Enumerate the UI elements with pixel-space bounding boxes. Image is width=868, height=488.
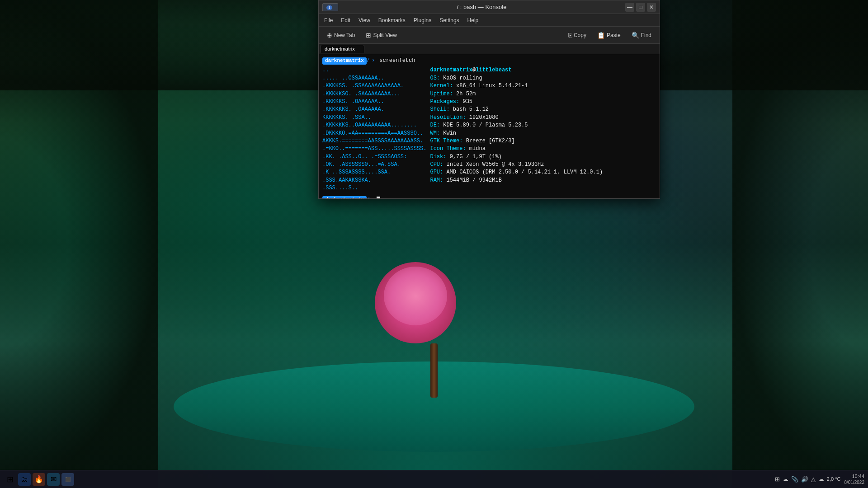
window-title: / : bash — Konsole [338, 4, 625, 10]
menu-file[interactable]: File [321, 16, 336, 25]
copy-label: Copy [574, 32, 586, 38]
taskbar-app-menu[interactable]: ⊞ [4, 473, 16, 486]
menu-bar: File Edit View Bookmarks Plugins Setting… [319, 14, 660, 27]
taskbar: ⊞ 🗂 🔥 ✉ ⬛ ⊞ ☁ 📎 🔊 △ ☁ 2,0 °C 10:44 8/01/… [0, 470, 868, 488]
new-tab-button[interactable]: ⊕ New Tab [322, 30, 359, 41]
konsole-window: 1 / : bash — Konsole — □ ✕ File Edit Vie… [318, 0, 660, 199]
tree-canopy [375, 262, 456, 343]
terminal-inner: darknetmatrix / › screenfetch .. ..... .… [319, 54, 660, 198]
prompt-arrow-2: › [372, 196, 375, 198]
minimize-button[interactable]: — [625, 3, 634, 12]
cursor-block [377, 197, 380, 198]
split-view-icon: ⊞ [366, 32, 371, 39]
info-username-host: darknetmatrix@littlebeast [430, 66, 603, 74]
info-kernel: Kernel: x86_64 Linux 5.14.21-1 [430, 82, 603, 90]
systray-network-icon: △ [811, 476, 816, 483]
tree-trunk [430, 343, 438, 398]
info-cpu: CPU: Intel Xeon W3565 @ 4x 3.193GHz [430, 161, 603, 169]
systray-clip-icon: 📎 [791, 476, 798, 483]
taskbar-firefox[interactable]: 🔥 [33, 473, 45, 486]
title-bar: 1 / : bash — Konsole — □ ✕ [319, 0, 660, 14]
prompt-line-1: darknetmatrix / › screenfetch [322, 57, 656, 65]
toolbar-right: ⎘ Copy 📋 Paste 🔍 Find [564, 30, 656, 41]
info-host: littlebeast [476, 67, 511, 73]
info-disk: Disk: 9,7G / 1,9T (1%) [430, 153, 603, 161]
clock-date: 8/01/2022 [844, 479, 865, 485]
taskbar-right: ⊞ ☁ 📎 🔊 △ ☁ 2,0 °C 10:44 8/01/2022 [775, 473, 864, 485]
info-column: darknetmatrix@littlebeast OS: KaOS rolli… [426, 66, 603, 192]
systray-dropbox-icon: ☁ [783, 476, 788, 483]
terminal-tab-bar: darknetmatrix [319, 44, 660, 54]
info-os: OS: KaOS rolling [430, 75, 603, 82]
info-packages: Packages: 935 [430, 98, 603, 106]
paste-button[interactable]: 📋 Paste [593, 30, 625, 41]
clock-time: 10:44 [844, 473, 865, 479]
prompt-directory-2: darknetmatrix [322, 196, 367, 198]
ascii-line-2: ..... ..OSSAAAAAA.. [322, 75, 426, 82]
close-button[interactable]: ✕ [647, 3, 656, 12]
ascii-line-13: .OK. .ASSSSSS0...=A.SSA. [322, 161, 426, 169]
info-gpu: GPU: AMD CAICOS (DRM 2.50.0 / 5.14.21-1,… [430, 169, 603, 176]
taskbar-mail[interactable]: ✉ [47, 473, 60, 486]
ascii-line-6: .KKKKKKS. .OAAAAAA. [322, 106, 426, 113]
menu-bookmarks[interactable]: Bookmarks [375, 16, 409, 25]
info-uptime: Uptime: 2h 52m [430, 90, 603, 98]
menu-plugins[interactable]: Plugins [410, 16, 435, 25]
terminal-tab-label: darknetmatrix [325, 46, 355, 52]
taskbar-clock: 10:44 8/01/2022 [844, 473, 865, 485]
ascii-line-1: .. [322, 66, 426, 74]
ascii-line-9: .DKKKKO.=AA=========A==AASSSO.. [322, 130, 426, 137]
screenfetch-command: screenfetch [379, 57, 415, 65]
ascii-line-16: .SSS....S.. [322, 184, 426, 192]
ascii-line-8: .KKKKKKS..OAAAAAAAAAA........ [322, 122, 426, 129]
info-icon-theme: Icon Theme: midna [430, 145, 603, 153]
info-wm: WM: KWin [430, 130, 603, 137]
new-tab-icon: ⊕ [327, 32, 332, 39]
menu-help[interactable]: Help [464, 16, 482, 25]
info-shell: Shell: bash 5.1.12 [430, 106, 603, 113]
ascii-line-10: AKKKS.========AASSSSAAAAAAAASS. [322, 137, 426, 145]
copy-button[interactable]: ⎘ Copy [564, 30, 591, 41]
menu-edit[interactable]: Edit [337, 16, 354, 25]
systray: ⊞ ☁ 📎 🔊 △ ☁ 2,0 °C [775, 476, 841, 483]
info-username: darknetmatrix [430, 67, 472, 73]
find-icon: 🔍 [632, 32, 639, 39]
systray-cloud-icon: ☁ [818, 476, 824, 483]
prompt-path-1: / [367, 57, 370, 65]
ascii-line-15: .SSS.AAKAKSSKA. [322, 177, 426, 184]
ascii-art-column: .. ..... ..OSSAAAAAA.. .KKKKSS. .SSAAAAA… [322, 66, 426, 192]
terminal-tab-active[interactable]: darknetmatrix [321, 45, 364, 53]
prompt-path-2: / [367, 196, 370, 198]
prompt-arrow-1: › [372, 57, 375, 65]
ascii-line-3: .KKKKSS. .SSAAAAAAAAAAAA. [322, 82, 426, 90]
title-tab: 1 [322, 3, 338, 11]
taskbar-file-manager[interactable]: 🗂 [18, 473, 31, 486]
paste-label: Paste [607, 32, 621, 38]
info-ram: RAM: 1544MiB / 9942MiB [430, 177, 603, 184]
copy-icon: ⎘ [568, 32, 572, 39]
taskbar-left: ⊞ 🗂 🔥 ✉ ⬛ [4, 473, 74, 486]
ascii-line-12: .KK. .ASS..O.. .=SSSSAOSS: [322, 153, 426, 161]
ascii-line-14: .K ..SSSASSSS....SSA. [322, 169, 426, 176]
toolbar: ⊕ New Tab ⊞ Split View ⎘ Copy 📋 Paste 🔍 … [319, 27, 660, 44]
new-tab-label: New Tab [334, 32, 355, 38]
screenfetch-output: .. ..... ..OSSAAAAAA.. .KKKKSS. .SSAAAAA… [322, 66, 656, 192]
split-view-label: Split View [373, 32, 396, 38]
window-controls: — □ ✕ [625, 3, 656, 12]
tab-badge: 1 [326, 5, 332, 10]
find-label: Find [641, 32, 651, 38]
ascii-line-11: .=KKO..=======ASS.....SSSSASSSS. [322, 145, 426, 153]
taskbar-konsole[interactable]: ⬛ [61, 473, 74, 486]
systray-temp-value: 2,0 °C [827, 476, 841, 482]
split-view-button[interactable]: ⊞ Split View [361, 30, 401, 41]
terminal-content[interactable]: darknetmatrix / › screenfetch .. ..... .… [319, 54, 660, 198]
ascii-line-4: .KKKKKSO. .SAAAAAAAAA... [322, 90, 426, 98]
info-resolution: Resolution: 868x488 [430, 114, 603, 122]
menu-view[interactable]: View [355, 16, 374, 25]
maximize-button[interactable]: □ [636, 3, 645, 12]
find-button[interactable]: 🔍 Find [627, 30, 656, 41]
systray-kde-icon: ⊞ [775, 476, 780, 483]
cherry-blossom-tree [412, 271, 456, 398]
menu-settings[interactable]: Settings [436, 16, 462, 25]
ascii-line-5: .KKKKKS. .OAAAAAA.. [322, 98, 426, 106]
